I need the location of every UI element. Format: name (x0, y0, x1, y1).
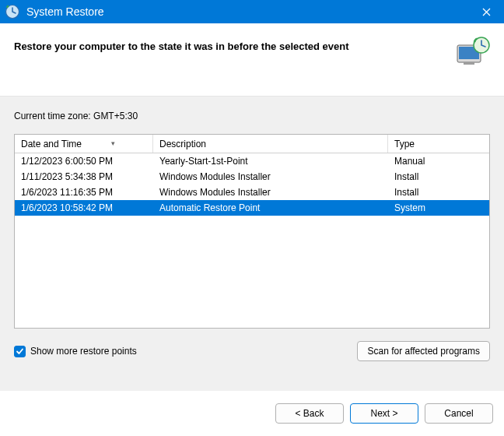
timezone-label: Current time zone: GMT+5:30 (14, 111, 490, 121)
table-row[interactable]: 1/6/2023 10:58:42 PMAutomatic Restore Po… (15, 200, 489, 216)
column-header-type[interactable]: Type (388, 135, 489, 153)
column-header-label: Description (159, 139, 206, 149)
back-button[interactable]: < Back (275, 403, 344, 424)
scan-affected-programs-button[interactable]: Scan for affected programs (357, 341, 490, 361)
close-button[interactable] (468, 0, 504, 23)
column-header-description[interactable]: Description (153, 135, 388, 153)
show-more-label: Show more restore points (30, 346, 137, 357)
cell-description: Windows Modules Installer (153, 187, 388, 198)
wizard-heading: Restore your computer to the state it wa… (14, 37, 349, 52)
table-row (15, 278, 489, 294)
cell-description: Windows Modules Installer (153, 171, 388, 182)
cell-type: System (388, 202, 489, 213)
column-header-label: Date and Time (21, 139, 82, 149)
show-more-checkbox[interactable]: Show more restore points (14, 346, 137, 357)
cell-type: Install (388, 187, 489, 198)
cell-type: Manual (388, 156, 489, 167)
table-row[interactable]: 1/11/2023 5:34:38 PMWindows Modules Inst… (15, 169, 489, 185)
table-row (15, 294, 489, 309)
cell-description: Automatic Restore Point (153, 202, 388, 213)
wizard-header: Restore your computer to the state it wa… (0, 23, 504, 97)
table-body: 1/12/2023 6:00:50 PMYearly-Start-1st-Poi… (15, 153, 489, 329)
table-row (15, 262, 489, 278)
checkbox-icon (14, 346, 26, 357)
content-footer: Show more restore points Scan for affect… (14, 341, 490, 361)
table-row[interactable]: 1/12/2023 6:00:50 PMYearly-Start-1st-Poi… (15, 153, 489, 169)
wizard-button-bar: < Back Next > Cancel (0, 391, 504, 436)
sort-descending-icon: ▾ (111, 139, 115, 147)
next-button[interactable]: Next > (350, 403, 418, 424)
table-row (15, 231, 489, 247)
table-row (15, 309, 489, 325)
table-row (15, 247, 489, 262)
cell-datetime: 1/6/2023 10:58:42 PM (15, 202, 153, 213)
cell-description: Yearly-Start-1st-Point (153, 156, 388, 167)
svg-rect-4 (464, 62, 474, 65)
titlebar: System Restore (0, 0, 504, 23)
table-header-row: Date and Time ▾ Description Type (15, 135, 489, 153)
column-header-label: Type (394, 139, 415, 149)
cell-datetime: 1/12/2023 6:00:50 PM (15, 156, 153, 167)
cancel-button[interactable]: Cancel (425, 403, 493, 424)
cell-datetime: 1/11/2023 5:34:38 PM (15, 171, 153, 182)
table-row[interactable]: 1/6/2023 11:16:35 PMWindows Modules Inst… (15, 185, 489, 200)
close-icon (482, 8, 491, 16)
table-row (15, 216, 489, 231)
checkmark-icon (16, 347, 24, 356)
wizard-content: Current time zone: GMT+5:30 Date and Tim… (0, 97, 504, 391)
column-header-datetime[interactable]: Date and Time ▾ (15, 135, 153, 153)
system-restore-illustration-icon (456, 34, 490, 69)
system-restore-icon (3, 2, 22, 21)
restore-points-table[interactable]: Date and Time ▾ Description Type 1/12/20… (14, 134, 490, 329)
cell-datetime: 1/6/2023 11:16:35 PM (15, 187, 153, 198)
cell-type: Install (388, 171, 489, 182)
window-title: System Restore (26, 5, 104, 18)
